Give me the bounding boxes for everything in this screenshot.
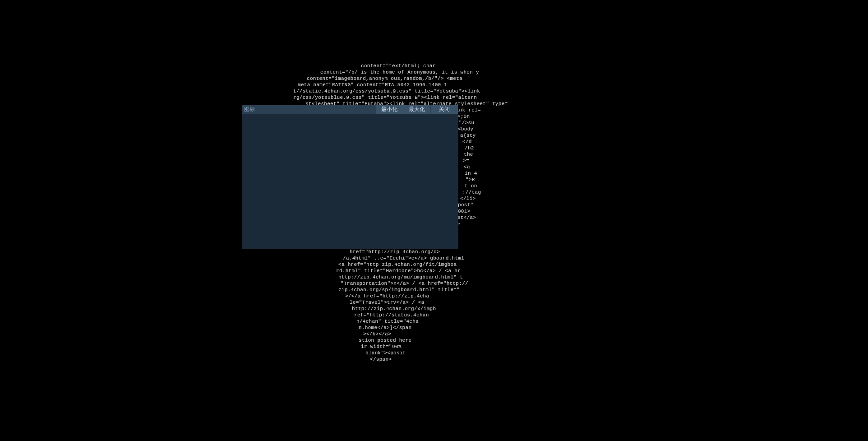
bg-line: stion posted here	[359, 338, 411, 343]
bg-line: l"/>su	[456, 120, 474, 125]
bg-line: >=	[463, 158, 469, 163]
bg-line: ">R	[466, 177, 475, 182]
bg-line: t//static.4chan.org/css/yotsuba.9.css" t…	[293, 88, 480, 94]
bg-line: http://zip.4chan.org/x/imgb	[352, 306, 436, 311]
bg-line: meta name="RATING" content="RTA-5042-199…	[298, 82, 447, 88]
bg-line: content="text/html; char	[361, 63, 436, 69]
bg-line: a{sty	[460, 133, 476, 138]
bg-line: ://tag	[462, 190, 481, 195]
bg-line: href="http://zip 4chan.org/d>	[350, 249, 440, 255]
bg-line: rg/css/yotsublue.9.css" title="Yotsuba B…	[293, 95, 477, 100]
bg-line: </span>	[370, 357, 392, 362]
bg-line: ref="http://status.4chan	[354, 312, 429, 318]
bg-line: </d	[462, 139, 472, 144]
window-title: 图标	[242, 105, 257, 114]
app-window: 图标 最小化 最大化 关闭	[242, 105, 458, 249]
minimize-button[interactable]: 最小化	[376, 105, 403, 114]
bg-line: "Transportation">n</a> / <a href="http:/…	[341, 281, 468, 286]
bg-line: content="imageboard,anonym ous,random,/b…	[307, 76, 462, 81]
bg-line: le="Travel">trv</a> / <a	[350, 300, 425, 305]
bg-line: t on	[465, 183, 477, 189]
bg-line: ></b></a>	[363, 331, 391, 337]
bg-line: n.home</a>]</span	[359, 325, 411, 330]
bg-line: /h2	[465, 145, 474, 151]
bg-line: http://zip.4chan.org/mu/imgboard.html" t	[338, 274, 463, 280]
bg-line: </li>	[460, 196, 476, 201]
titlebar-spacer	[257, 105, 375, 114]
bg-line: zip.4chan.org/sp/imgboard.html" title="	[338, 287, 460, 292]
bg-line: n/4chan" title="4cha	[356, 319, 419, 324]
bg-line: post"	[458, 202, 474, 208]
bg-line: <body	[458, 126, 474, 132]
titlebar[interactable]: 图标 最小化 最大化 关闭	[242, 105, 458, 114]
bg-line: blank"><posit	[365, 350, 406, 356]
close-button[interactable]: 关闭	[431, 105, 458, 114]
bg-line: /a.4html" ..e="Ecchi">e</a> gboard.html	[343, 255, 464, 261]
bg-line: in 4	[465, 171, 477, 176]
bg-line: ir width="90%	[361, 344, 402, 349]
bg-line: <a href="http zip.4chan.org/fit/imgboa	[338, 262, 457, 267]
bg-line: <a	[464, 164, 470, 170]
bg-line: rd.html" title="Hardcore">hc</a> / <a hr	[336, 268, 461, 274]
maximize-button[interactable]: 最大化	[403, 105, 430, 114]
bg-line: the	[464, 152, 473, 157]
window-body	[242, 114, 458, 249]
bg-line: >/</a href="http://zip.4cha	[345, 293, 429, 299]
bg-line: content="/b/ is the home of Anonymous, i…	[320, 70, 479, 75]
